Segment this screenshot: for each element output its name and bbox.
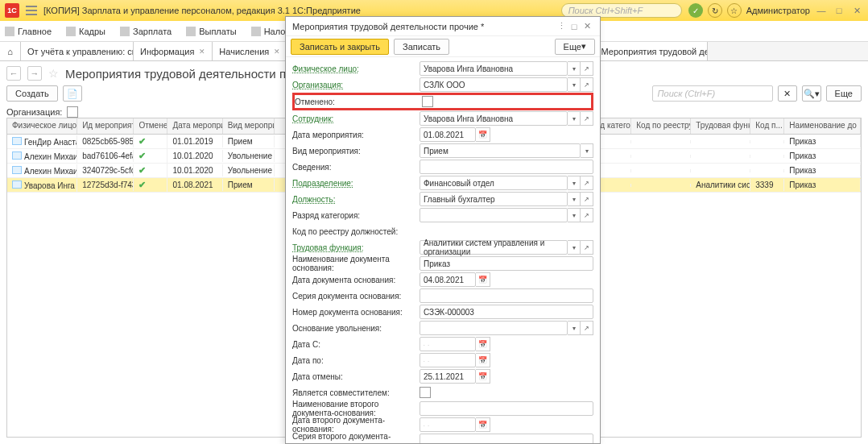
org-input[interactable]: СЗЛК ООО	[420, 77, 568, 92]
open-icon[interactable]: ↗	[581, 61, 593, 76]
dialog-more-button[interactable]: Еще ▾	[555, 39, 595, 55]
sotr-label[interactable]: Сотрудник:	[292, 114, 420, 123]
org-label[interactable]: Организация:	[292, 81, 420, 89]
open-icon[interactable]: ↗	[581, 77, 593, 92]
dropdown-icon[interactable]: ▾	[568, 321, 581, 335]
menu-zarplata[interactable]: Зарплата	[120, 27, 172, 36]
datm-label: Дата мероприятия:	[292, 131, 420, 139]
open-icon[interactable]: ↗	[581, 208, 593, 222]
calendar-icon[interactable]: 📅	[476, 127, 490, 142]
osnu-input[interactable]	[420, 321, 568, 335]
notification-icon[interactable]: ✓	[688, 3, 703, 18]
nav-back[interactable]: ←	[6, 66, 21, 81]
col-naim[interactable]: Наименование до	[784, 118, 861, 134]
org-checkbox[interactable]	[67, 106, 78, 118]
dropdown-icon[interactable]: ▾	[568, 61, 581, 76]
datd-input[interactable]: 04.08.2021	[420, 272, 476, 287]
col-fiz[interactable]: Физическое лицо	[7, 118, 77, 134]
list-search[interactable]: Поиск (Ctrl+F)	[652, 85, 773, 102]
tab-0[interactable]: От учёта к управлению: скидка...✕	[21, 42, 134, 60]
naim2-input[interactable]	[420, 401, 593, 416]
open-icon[interactable]: ↗	[581, 240, 593, 255]
calendar-icon[interactable]: 📅	[476, 417, 490, 432]
menu-kadry[interactable]: Кадры	[66, 27, 105, 36]
otm-checkbox[interactable]	[422, 96, 433, 107]
record-icon	[12, 137, 22, 145]
col-kodp[interactable]: Код п...	[750, 118, 784, 134]
razr-input[interactable]	[420, 208, 568, 222]
menu-icon[interactable]	[26, 6, 37, 15]
save-button[interactable]: Записать	[394, 39, 449, 55]
open-icon[interactable]: ↗	[581, 321, 593, 335]
history-icon[interactable]: ↻	[708, 3, 722, 18]
tab-2[interactable]: Начисления✕	[213, 42, 287, 60]
naimd-input[interactable]: Приказ	[420, 256, 593, 271]
dialog-max-icon[interactable]: □	[568, 22, 581, 31]
tab-6[interactable]: Мероприятия трудовой деятел...✕	[595, 42, 708, 60]
dolzh-input[interactable]: Главный бухгалтер	[420, 192, 568, 206]
dropdown-icon[interactable]: ▾	[568, 176, 581, 190]
clear-search-button[interactable]: ✕	[778, 85, 797, 102]
fiz-label[interactable]: Физическое лицо:	[292, 64, 420, 73]
col-kod[interactable]: Код по реестру д...	[631, 118, 691, 134]
dropdown-icon[interactable]: ▾	[568, 240, 581, 255]
calendar-icon[interactable]: 📅	[476, 353, 490, 367]
page-title: Мероприятия трудовой деятельности прочие	[65, 67, 319, 81]
dropdown-icon[interactable]: ▾	[568, 208, 581, 222]
col-vid[interactable]: Вид мероприятия	[223, 118, 275, 134]
favorites-icon[interactable]: ☆	[727, 3, 742, 18]
record-icon	[12, 151, 22, 160]
dats-input[interactable]: . .	[420, 337, 476, 351]
serd-input[interactable]	[420, 288, 593, 303]
dialog-close-icon[interactable]: ✕	[581, 21, 593, 31]
dropdown-icon[interactable]: ▾	[568, 111, 581, 126]
sovm-checkbox[interactable]	[420, 387, 431, 398]
col-dat[interactable]: Дата мероприятия	[167, 118, 222, 134]
dato-input[interactable]: 25.11.2021	[420, 369, 476, 384]
trud-input[interactable]: Аналитики систем управления и организаци…	[420, 240, 568, 255]
nomd-label: Номер документа основания:	[292, 308, 420, 317]
dropdown-icon[interactable]: ▾	[568, 77, 581, 92]
tab-close-icon[interactable]: ✕	[274, 48, 280, 56]
create-button[interactable]: Создать	[6, 85, 58, 102]
home-tab[interactable]: ⌂	[0, 42, 21, 60]
tab-close-icon[interactable]: ✕	[199, 48, 205, 56]
col-id[interactable]: Ид мероприятия	[77, 118, 134, 134]
calendar-icon[interactable]: 📅	[476, 337, 490, 351]
dropdown-icon[interactable]: ▾	[581, 143, 593, 158]
copy-button[interactable]: 📄	[63, 85, 82, 102]
save-close-button[interactable]: Записать и закрыть	[291, 39, 389, 55]
more-button[interactable]: Еще	[826, 85, 862, 102]
close-icon[interactable]: ✕	[850, 4, 863, 17]
open-icon[interactable]: ↗	[581, 192, 593, 206]
menu-main[interactable]: Главное	[5, 27, 52, 36]
podr-label[interactable]: Подразделение:	[292, 179, 420, 188]
sved-input[interactable]	[420, 160, 593, 174]
vid-input[interactable]: Прием	[420, 143, 581, 158]
dropdown-icon[interactable]: ▾	[568, 192, 581, 206]
trud-label[interactable]: Трудовая функция:	[292, 243, 420, 252]
dolzh-label[interactable]: Должность:	[292, 195, 420, 204]
open-icon[interactable]: ↗	[581, 176, 593, 190]
calendar-icon[interactable]: 📅	[476, 272, 490, 287]
nav-fwd[interactable]: →	[27, 66, 42, 81]
star-icon[interactable]: ☆	[48, 67, 59, 80]
sotr-input[interactable]: Уварова Инга Ивановна	[420, 111, 568, 126]
datm-input[interactable]: 01.08.2021	[420, 127, 476, 142]
calendar-icon[interactable]: 📅	[476, 369, 490, 384]
tab-1[interactable]: Информация✕	[134, 42, 213, 60]
col-trud[interactable]: Трудовая функц...	[691, 118, 750, 134]
fiz-input[interactable]: Уварова Инга Ивановна	[420, 61, 568, 76]
ser2-input[interactable]	[420, 434, 593, 443]
dat2-input[interactable]: . .	[420, 417, 476, 432]
dialog-menu-icon[interactable]: ⋮	[555, 21, 568, 31]
search-button[interactable]: 🔍▾	[802, 85, 821, 102]
open-icon[interactable]: ↗	[581, 111, 593, 126]
menu-vyplaty[interactable]: Выплаты	[186, 27, 236, 36]
maximize-icon[interactable]: □	[833, 4, 845, 17]
datpo-input[interactable]: . .	[420, 353, 476, 367]
nomd-input[interactable]: СЗЭК-000003	[420, 305, 593, 319]
minimize-icon[interactable]: —	[815, 4, 828, 17]
col-otm[interactable]: Отменено	[134, 118, 167, 134]
podr-input[interactable]: Финансовый отдел	[420, 176, 568, 190]
